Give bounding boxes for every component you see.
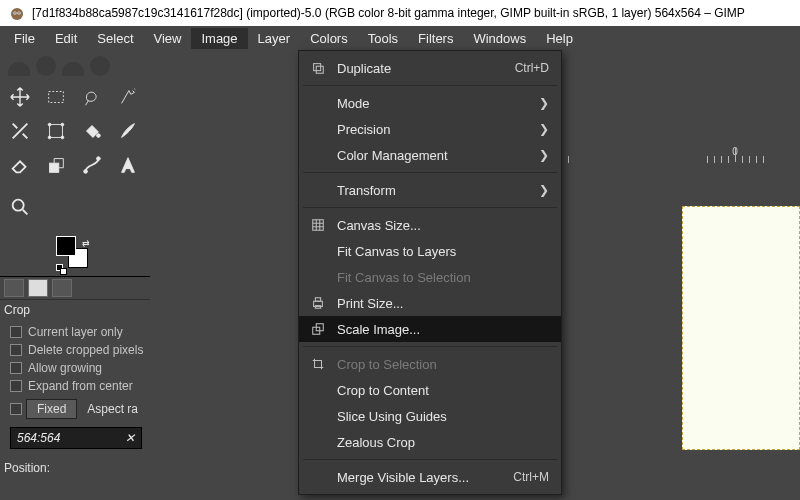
menu-item-label: Fit Canvas to Layers (337, 244, 549, 259)
tool-option-row[interactable]: Delete cropped pixels (0, 341, 150, 359)
checkbox[interactable] (10, 362, 22, 374)
menu-item-fit-canvas-to-selection: Fit Canvas to Selection (299, 264, 561, 290)
svg-rect-5 (49, 92, 64, 103)
position-label: Position: (0, 457, 150, 475)
move-tool-icon[interactable] (2, 80, 38, 114)
menu-layer[interactable]: Layer (248, 28, 301, 49)
app-window: [7d1f834b88ca5987c19c3141617f28dc] (impo… (0, 0, 800, 500)
menu-item-fit-canvas-to-layers[interactable]: Fit Canvas to Layers (299, 238, 561, 264)
fixed-button[interactable]: Fixed (26, 399, 77, 419)
menu-item-label: Fit Canvas to Selection (337, 270, 549, 285)
svg-rect-17 (316, 66, 323, 73)
aspect-label: Aspect ra (81, 402, 138, 416)
menu-help[interactable]: Help (536, 28, 583, 49)
menu-item-slice-using-guides[interactable]: Slice Using Guides (299, 403, 561, 429)
clone-tool-icon[interactable] (38, 148, 74, 182)
fixed-checkbox[interactable] (10, 403, 22, 415)
clear-icon[interactable]: ✕ (125, 431, 135, 445)
menu-item-label: Scale Image... (337, 322, 549, 337)
chevron-right-icon: ❯ (539, 148, 549, 162)
aspect-ratio-value: 564:564 (17, 431, 60, 445)
svg-rect-20 (315, 298, 320, 302)
menu-file[interactable]: File (4, 28, 45, 49)
chevron-right-icon: ❯ (539, 122, 549, 136)
tool-option-row[interactable]: Current layer only (0, 323, 150, 341)
text-tool-icon[interactable] (110, 148, 146, 182)
tool-option-row[interactable]: Expand from center (0, 377, 150, 395)
svg-point-9 (48, 136, 51, 139)
menu-item-duplicate[interactable]: DuplicateCtrl+D (299, 55, 561, 81)
dock-tab-strip (0, 276, 150, 300)
menu-item-color-management[interactable]: Color Management❯ (299, 142, 561, 168)
paintbrush-tool-icon[interactable] (110, 114, 146, 148)
menu-colors[interactable]: Colors (300, 28, 358, 49)
unified-transform-tool-icon[interactable] (38, 114, 74, 148)
svg-point-13 (84, 170, 88, 174)
svg-point-3 (14, 12, 15, 13)
menu-item-label: Crop to Selection (337, 357, 549, 372)
svg-point-4 (18, 12, 19, 13)
tool-option-row[interactable]: Allow growing (0, 359, 150, 377)
canvas-area: -200-1000 DuplicateCtrl+DMode❯Precision❯… (150, 50, 800, 500)
menu-item-label: Color Management (337, 148, 529, 163)
svg-point-10 (61, 136, 64, 139)
menu-item-mode[interactable]: Mode❯ (299, 90, 561, 116)
menubar: FileEditSelectViewImageLayerColorsToolsF… (0, 26, 800, 50)
menu-item-label: Transform (337, 183, 529, 198)
bucket-fill-tool-icon[interactable] (74, 114, 110, 148)
scale-icon (309, 322, 327, 336)
dock-tab[interactable] (28, 279, 48, 297)
menu-filters[interactable]: Filters (408, 28, 463, 49)
canvas-icon (309, 218, 327, 232)
tool-options-title: Crop (0, 300, 150, 323)
svg-rect-12 (50, 163, 59, 172)
free-select-tool-icon[interactable] (74, 80, 110, 114)
window-title: [7d1f834b88ca5987c19c3141617f28dc] (impo… (32, 6, 745, 20)
menu-edit[interactable]: Edit (45, 28, 87, 49)
menu-item-label: Precision (337, 122, 529, 137)
swap-colors-icon[interactable]: ⇄ (82, 238, 90, 248)
dock-tab[interactable] (4, 279, 24, 297)
rect-select-tool-icon[interactable] (38, 80, 74, 114)
menu-item-precision[interactable]: Precision❯ (299, 116, 561, 142)
menu-select[interactable]: Select (87, 28, 143, 49)
menu-view[interactable]: View (144, 28, 192, 49)
chevron-right-icon: ❯ (539, 183, 549, 197)
menu-shortcut: Ctrl+D (515, 61, 549, 75)
titlebar: [7d1f834b88ca5987c19c3141617f28dc] (impo… (0, 0, 800, 26)
fuzzy-select-tool-icon[interactable] (110, 80, 146, 114)
print-icon (309, 296, 327, 310)
menu-item-crop-to-selection: Crop to Selection (299, 351, 561, 377)
menu-item-merge-visible-layers[interactable]: Merge Visible Layers...Ctrl+M (299, 464, 561, 490)
aspect-ratio-field[interactable]: 564:564 ✕ (10, 427, 142, 449)
menu-item-print-size[interactable]: Print Size... (299, 290, 561, 316)
crop-tool-icon[interactable] (2, 114, 38, 148)
menu-item-label: Crop to Content (337, 383, 549, 398)
menu-item-label: Print Size... (337, 296, 549, 311)
checkbox[interactable] (10, 344, 22, 356)
menu-item-canvas-size[interactable]: Canvas Size... (299, 212, 561, 238)
fg-color-swatch[interactable] (56, 236, 76, 256)
default-colors-icon[interactable] (56, 264, 66, 274)
svg-point-15 (13, 200, 24, 211)
menu-windows[interactable]: Windows (463, 28, 536, 49)
menu-item-transform[interactable]: Transform❯ (299, 177, 561, 203)
menu-item-crop-to-content[interactable]: Crop to Content (299, 377, 561, 403)
svg-point-0 (11, 8, 23, 20)
crop-icon (309, 357, 327, 371)
menu-tools[interactable]: Tools (358, 28, 408, 49)
zoom-tool-icon[interactable] (2, 190, 38, 224)
dock-tab[interactable] (52, 279, 72, 297)
menu-image[interactable]: Image (191, 28, 247, 49)
tool-grid (0, 76, 150, 186)
canvas[interactable] (682, 206, 800, 450)
menu-item-scale-image[interactable]: Scale Image... (299, 316, 561, 342)
menu-item-label: Zealous Crop (337, 435, 549, 450)
menu-item-zealous-crop[interactable]: Zealous Crop (299, 429, 561, 455)
checkbox[interactable] (10, 326, 22, 338)
image-menu-dropdown: DuplicateCtrl+DMode❯Precision❯Color Mana… (298, 50, 562, 495)
checkbox[interactable] (10, 380, 22, 392)
paths-tool-icon[interactable] (74, 148, 110, 182)
color-swatches[interactable]: ⇄ (56, 236, 96, 276)
eraser-tool-icon[interactable] (2, 148, 38, 182)
